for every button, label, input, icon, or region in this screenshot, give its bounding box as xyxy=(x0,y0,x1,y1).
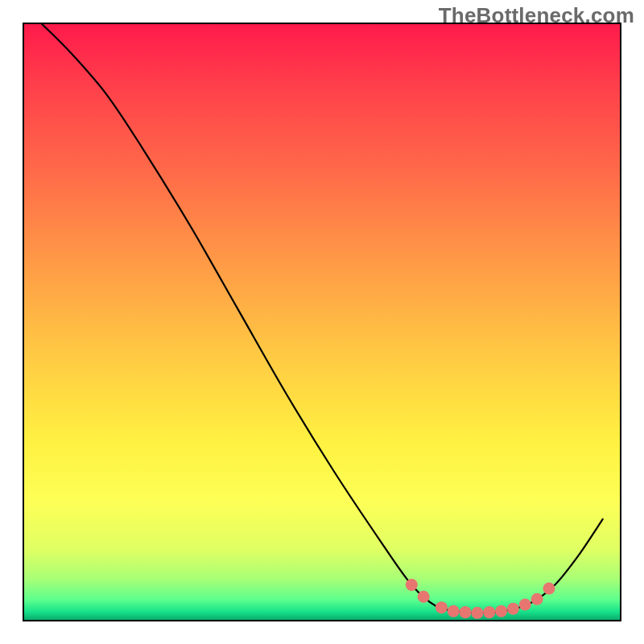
highlight-marker xyxy=(418,591,430,603)
highlight-marker xyxy=(483,606,495,618)
chart-frame: TheBottleneck.com xyxy=(0,0,644,644)
highlight-marker xyxy=(531,593,543,605)
highlight-marker xyxy=(448,605,460,617)
heat-gradient-background xyxy=(23,23,621,621)
highlight-marker xyxy=(460,606,472,618)
highlight-marker xyxy=(406,579,418,591)
highlight-marker xyxy=(507,603,519,615)
highlight-marker xyxy=(471,607,483,619)
bottleneck-chart xyxy=(0,0,644,644)
highlight-marker xyxy=(519,598,531,610)
highlight-marker xyxy=(495,605,507,617)
highlight-marker xyxy=(436,601,448,613)
highlight-marker xyxy=(543,582,555,594)
watermark-label: TheBottleneck.com xyxy=(439,3,634,28)
